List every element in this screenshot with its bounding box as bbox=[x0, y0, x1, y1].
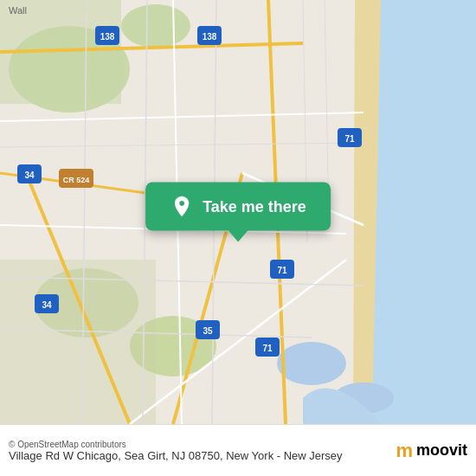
svg-point-9 bbox=[277, 342, 346, 385]
location-pin-icon bbox=[170, 195, 194, 219]
svg-text:34: 34 bbox=[42, 300, 52, 310]
svg-marker-1 bbox=[363, 0, 476, 424]
svg-rect-8 bbox=[0, 260, 156, 424]
moovit-text: moovit bbox=[416, 441, 467, 460]
map-container: 138 71 71 71 35 34 34 CR 524 138 Wall bbox=[0, 0, 476, 424]
svg-text:71: 71 bbox=[262, 344, 273, 353]
button-label: Take me there bbox=[203, 197, 306, 215]
svg-point-5 bbox=[121, 4, 190, 48]
svg-text:Wall: Wall bbox=[9, 5, 27, 16]
address-text: Village Rd W Chicago, Sea Girt, NJ 08750… bbox=[9, 449, 389, 462]
svg-text:CR 524: CR 524 bbox=[63, 176, 90, 184]
svg-text:138: 138 bbox=[100, 32, 115, 42]
svg-text:71: 71 bbox=[277, 266, 287, 275]
osm-credit: © OpenStreetMap contributors bbox=[9, 440, 389, 449]
footer: © OpenStreetMap contributors Village Rd … bbox=[0, 424, 476, 476]
svg-text:138: 138 bbox=[203, 32, 217, 42]
moovit-logo: m moovit bbox=[396, 440, 467, 462]
svg-text:35: 35 bbox=[203, 326, 213, 336]
button-pointer bbox=[228, 230, 248, 242]
button-overlay: Take me there bbox=[145, 183, 331, 242]
moovit-m-icon: m bbox=[396, 440, 413, 462]
svg-text:34: 34 bbox=[24, 170, 35, 180]
take-me-there-button[interactable]: Take me there bbox=[145, 183, 331, 231]
svg-text:71: 71 bbox=[344, 134, 355, 144]
